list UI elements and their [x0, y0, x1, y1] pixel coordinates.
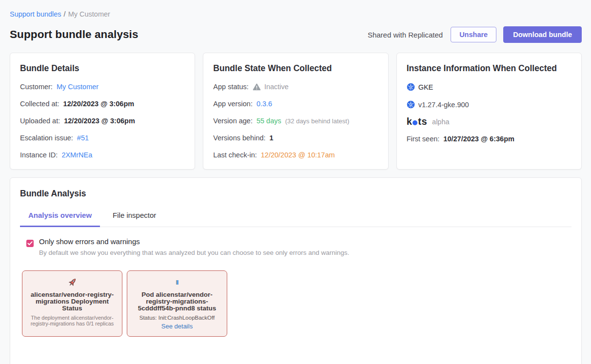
bundle-details-card: Bundle Details Customer: My Customer Col…	[10, 53, 195, 170]
download-bundle-button[interactable]: Download bundle	[503, 26, 582, 43]
header-actions: Shared with Replicated Unshare Download …	[368, 26, 582, 43]
app-status-value: Inactive	[264, 83, 289, 91]
tab-file-inspector[interactable]: File inspector	[104, 211, 164, 227]
collected-at-row: Collected at: 12/20/2023 @ 3:06pm	[20, 100, 185, 108]
filter-label: Only show errors and warnings	[39, 237, 349, 246]
info-cards-row: Bundle Details Customer: My Customer Col…	[10, 53, 582, 170]
finding-message: The deployment alicenstar/vendor-registr…	[28, 315, 116, 327]
finding-title: Pod alicenstar/vendor-registry-migration…	[133, 291, 221, 312]
versions-behind-row: Versions behind: 1	[213, 134, 378, 142]
customer-link[interactable]: My Customer	[57, 83, 98, 91]
version-age-row: Version age: 55 days (32 days behind lat…	[213, 117, 378, 125]
versions-behind-value: 1	[270, 134, 274, 142]
app-version-link[interactable]: 0.3.6	[256, 100, 272, 108]
version-age-value: 55 days	[256, 117, 281, 125]
unshare-button[interactable]: Unshare	[451, 27, 496, 42]
finding-deployment-status: alicenstar/vendor-registry-migrations De…	[22, 270, 122, 337]
kubernetes-icon	[407, 83, 415, 91]
kubernetes-icon	[407, 100, 415, 109]
first-seen-value: 10/27/2023 @ 6:36pm	[443, 135, 514, 143]
k8s-version-row: v1.27.4-gke.900	[407, 100, 571, 109]
escalation-issue-row: Escalation issue: #51	[20, 134, 185, 142]
customer-row: Customer: My Customer	[20, 83, 185, 91]
collected-at-label: Collected at:	[20, 100, 59, 108]
version-age-note: (32 days behind latest)	[285, 117, 350, 125]
page-title: Support bundle analysis	[10, 28, 138, 41]
finding-message: Status: Init:CrashLoopBackOff	[133, 315, 221, 321]
breadcrumb-separator: /	[64, 10, 66, 18]
app-version-row: App version: 0.3.6	[213, 100, 378, 108]
escalation-issue-link[interactable]: #51	[77, 134, 89, 142]
last-checkin-label: Last check-in:	[213, 151, 256, 159]
instance-id-row: Instance ID: 2XMrNEa	[20, 151, 185, 159]
bundle-analysis-title: Bundle Analysis	[20, 189, 571, 199]
filter-text-block: Only show errors and warnings By default…	[39, 237, 349, 256]
version-age-label: Version age:	[213, 117, 253, 125]
breadcrumb-current: My Customer	[68, 10, 110, 18]
kots-row: kts alpha	[407, 116, 571, 127]
instance-info-card: Instance Information When Collected	[396, 53, 582, 170]
uploaded-at-label: Uploaded at:	[20, 117, 60, 125]
instance-info-title: Instance Information When Collected	[407, 63, 571, 74]
filter-description: By default we show you everything that w…	[39, 249, 349, 256]
errors-warnings-filter: Only show errors and warnings By default…	[26, 237, 571, 256]
instance-id-link[interactable]: 2XMrNEa	[61, 151, 92, 159]
first-seen-label: First seen:	[407, 135, 440, 143]
first-seen-row: First seen: 10/27/2023 @ 6:36pm	[407, 135, 571, 143]
errors-warnings-checkbox[interactable]	[26, 240, 34, 247]
app-status-row: App status: Inactive	[213, 83, 378, 91]
kots-logo-dot	[413, 120, 417, 125]
versions-behind-label: Versions behind:	[213, 134, 265, 142]
kots-logo-text: ts	[418, 116, 427, 127]
bundle-details-title: Bundle Details	[20, 63, 185, 74]
bundle-state-card: Bundle State When Collected App status: …	[203, 53, 388, 170]
kots-logo-text: k	[407, 116, 413, 127]
k8s-version-value: v1.27.4-gke.900	[418, 101, 469, 109]
see-details-link[interactable]: See details	[161, 323, 193, 330]
uploaded-at-value: 12/20/2023 @ 3:06pm	[64, 117, 135, 125]
support-bundle-analysis-page: Support bundles/My Customer Support bund…	[0, 0, 591, 364]
distribution-row: GKE	[407, 83, 571, 91]
analysis-tabs: Analysis overview File inspector	[20, 211, 571, 227]
last-checkin-row: Last check-in: 12/20/2023 @ 10:17am	[213, 151, 378, 159]
analysis-findings: alicenstar/vendor-registry-migrations De…	[22, 270, 571, 337]
kots-version-tag: alpha	[432, 118, 449, 126]
bundle-analysis-card: Bundle Analysis Analysis overview File i…	[10, 177, 582, 364]
app-version-label: App version:	[213, 100, 253, 108]
page-header: Support bundle analysis Shared with Repl…	[10, 26, 582, 43]
broken-image-icon	[133, 276, 221, 288]
escalation-issue-label: Escalation issue:	[20, 134, 73, 142]
warning-triangle-icon	[253, 83, 261, 91]
rocket-icon	[28, 276, 116, 288]
breadcrumb-support-bundles-link[interactable]: Support bundles	[10, 10, 61, 18]
finding-title: alicenstar/vendor-registry-migrations De…	[28, 291, 116, 312]
instance-id-label: Instance ID:	[20, 151, 58, 159]
customer-label: Customer:	[20, 83, 53, 91]
bundle-state-title: Bundle State When Collected	[213, 63, 378, 74]
last-checkin-value: 12/20/2023 @ 10:17am	[261, 151, 335, 159]
uploaded-at-row: Uploaded at: 12/20/2023 @ 3:06pm	[20, 117, 185, 125]
distribution-value: GKE	[418, 83, 433, 91]
kots-logo: kts	[407, 116, 427, 127]
collected-at-value: 12/20/2023 @ 3:06pm	[63, 100, 135, 108]
tab-analysis-overview[interactable]: Analysis overview	[20, 211, 100, 227]
breadcrumb: Support bundles/My Customer	[10, 10, 582, 18]
shared-status-text: Shared with Replicated	[368, 31, 443, 39]
finding-pod-status: Pod alicenstar/vendor-registry-migration…	[127, 270, 227, 337]
app-status-label: App status:	[213, 83, 249, 91]
